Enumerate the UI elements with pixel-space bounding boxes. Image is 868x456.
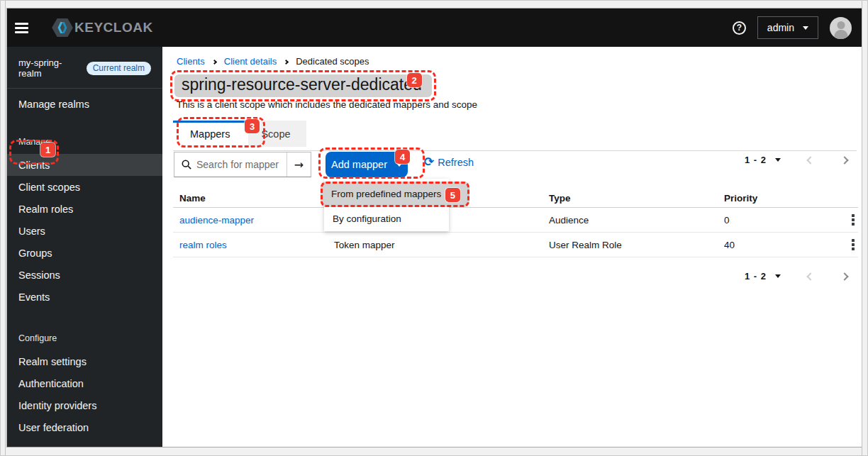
pagination-top: 1 - 2 bbox=[745, 155, 847, 165]
annotation-badge-1: 1 bbox=[40, 143, 55, 157]
sidebar-item-user-federation[interactable]: User federation bbox=[7, 416, 162, 438]
current-realm-badge: Current realm bbox=[87, 62, 151, 75]
sidebar-item-users[interactable]: Users bbox=[7, 220, 162, 242]
sidebar-item-events[interactable]: Events bbox=[7, 286, 162, 308]
user-menu-label: admin bbox=[767, 22, 794, 33]
previous-page-icon[interactable] bbox=[806, 156, 814, 164]
sidebar-item-realm-roles[interactable]: Realm roles bbox=[7, 198, 162, 220]
sidebar-group-configure: Configure bbox=[7, 308, 162, 350]
column-header-type: Type bbox=[542, 193, 718, 204]
pagination-bottom: 1 - 2 bbox=[745, 271, 847, 282]
sidebar-item-client-scopes[interactable]: Client scopes bbox=[7, 176, 162, 198]
search-icon bbox=[182, 160, 191, 169]
keycloak-hexagon-icon bbox=[52, 18, 73, 37]
next-page-icon[interactable] bbox=[840, 156, 848, 164]
screenshot-frame: KEYCLOAK ? admin my-spring-realm Current… bbox=[0, 0, 868, 456]
sidebar-item-realm-settings[interactable]: Realm settings bbox=[7, 350, 162, 372]
pagination-options-icon[interactable] bbox=[775, 274, 781, 278]
pagination-range: 1 - 2 bbox=[745, 155, 767, 165]
page-title-highlight: spring-resource-server-dedicated bbox=[174, 74, 432, 97]
table-row: realm roles Token mapper User Realm Role… bbox=[173, 233, 858, 257]
cell-type: Audience bbox=[542, 215, 718, 226]
sidebar-item-groups[interactable]: Groups bbox=[7, 242, 162, 264]
annotation-badge-5: 5 bbox=[445, 188, 460, 202]
next-page-icon[interactable] bbox=[840, 272, 848, 280]
sidebar-item-manage-realms[interactable]: Manage realms bbox=[7, 89, 162, 120]
top-bar: KEYCLOAK ? admin bbox=[7, 9, 862, 47]
chevron-right-icon bbox=[212, 59, 217, 64]
help-icon[interactable]: ? bbox=[733, 21, 746, 35]
avatar[interactable] bbox=[830, 17, 852, 39]
sidebar-item-sessions[interactable]: Sessions bbox=[7, 264, 162, 286]
add-mapper-label: Add mapper bbox=[331, 159, 387, 170]
chevron-down-icon bbox=[803, 26, 808, 30]
mapper-link-realm-roles[interactable]: realm roles bbox=[179, 240, 227, 250]
breadcrumb: Clients Client details Dedicated scopes bbox=[177, 56, 369, 67]
tab-bar: Mappers Scope bbox=[173, 121, 306, 147]
main-content: Clients Client details Dedicated scopes … bbox=[162, 47, 862, 447]
breadcrumb-client-details[interactable]: Client details bbox=[224, 56, 277, 67]
cell-type: User Realm Role bbox=[542, 240, 718, 250]
column-header-priority: Priority bbox=[718, 193, 842, 204]
table-header-row: Name Type Priority bbox=[173, 189, 858, 208]
sidebar: my-spring-realm Current realm Manage rea… bbox=[7, 47, 162, 447]
row-actions-kebab-icon[interactable] bbox=[848, 236, 858, 253]
mapper-search-group: → bbox=[174, 152, 311, 177]
chevron-right-icon bbox=[284, 59, 289, 64]
add-mapper-dropdown-menu: From predefined mappers 5 By configurati… bbox=[324, 179, 449, 231]
sidebar-item-clients[interactable]: Clients bbox=[7, 154, 162, 176]
search-input[interactable] bbox=[196, 159, 286, 170]
mappers-table: Name Type Priority audience-mapper Audie… bbox=[173, 189, 858, 257]
tab-mappers[interactable]: Mappers bbox=[173, 121, 248, 147]
menu-item-from-predefined-mappers[interactable]: From predefined mappers 5 bbox=[321, 182, 469, 207]
pagination-options-icon[interactable] bbox=[775, 158, 781, 162]
annotation-badge-2: 2 bbox=[407, 73, 422, 87]
keycloak-logo[interactable]: KEYCLOAK bbox=[52, 18, 153, 37]
refresh-button[interactable]: ⟳ Refresh bbox=[424, 157, 474, 168]
mapper-link-audience-mapper[interactable]: audience-mapper bbox=[179, 215, 254, 226]
menu-item-label: From predefined mappers bbox=[331, 189, 441, 199]
user-menu-dropdown[interactable]: admin bbox=[757, 16, 818, 39]
keycloak-admin-window: KEYCLOAK ? admin my-spring-realm Current… bbox=[6, 8, 862, 447]
sidebar-group-manage: Manage bbox=[7, 120, 162, 154]
cell-priority: 40 bbox=[718, 240, 842, 250]
menu-item-by-configuration[interactable]: By configuration bbox=[324, 207, 449, 230]
refresh-icon: ⟳ bbox=[424, 156, 434, 168]
realm-name: my-spring-realm bbox=[18, 57, 80, 79]
annotation-badge-4: 4 bbox=[395, 150, 410, 164]
pagination-range: 1 - 2 bbox=[745, 271, 767, 282]
realm-selector[interactable]: my-spring-realm Current realm bbox=[7, 47, 162, 89]
hamburger-menu-icon[interactable] bbox=[15, 17, 36, 38]
annotation-badge-3: 3 bbox=[245, 119, 260, 133]
refresh-label: Refresh bbox=[438, 157, 474, 168]
search-submit-button[interactable]: → bbox=[286, 152, 311, 177]
column-header-name: Name bbox=[173, 193, 328, 204]
sidebar-item-authentication[interactable]: Authentication bbox=[7, 372, 162, 394]
cell-priority: 0 bbox=[718, 215, 842, 226]
previous-page-icon[interactable] bbox=[806, 272, 814, 280]
row-actions-kebab-icon[interactable] bbox=[848, 211, 858, 228]
annotation-box-2: spring-resource-server-dedicated 2 bbox=[170, 70, 436, 101]
breadcrumb-clients[interactable]: Clients bbox=[177, 56, 205, 67]
page-title: spring-resource-server-dedicated bbox=[182, 75, 422, 94]
sidebar-item-identity-providers[interactable]: Identity providers bbox=[7, 394, 162, 416]
breadcrumb-dedicated-scopes: Dedicated scopes bbox=[296, 56, 369, 67]
cell-category: Token mapper bbox=[328, 240, 542, 250]
table-row: audience-mapper Audience 0 bbox=[173, 208, 858, 233]
divider bbox=[173, 150, 857, 151]
brand-text: KEYCLOAK bbox=[74, 20, 153, 35]
